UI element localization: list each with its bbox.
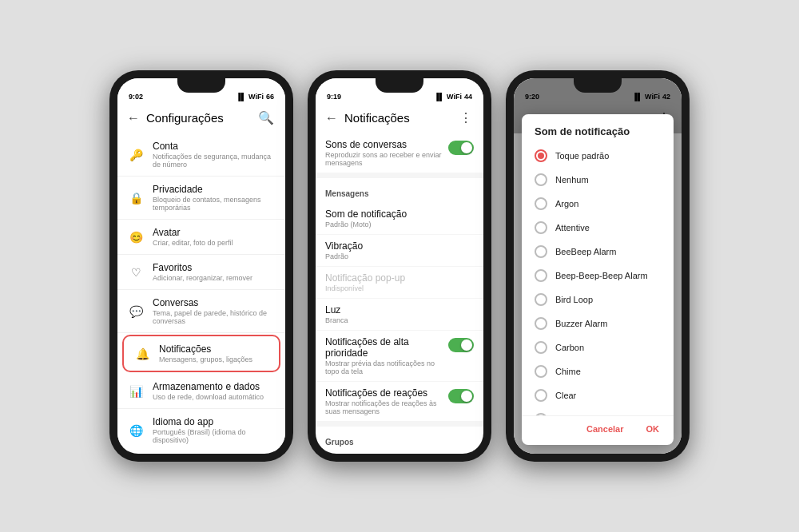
phone-3: 9:20 ▐▌ WiFi 42 ← No... ⋮ xyxy=(506,70,690,462)
avatar-title: Avatar xyxy=(153,227,276,238)
sound-option-nenhum[interactable]: Nenhum xyxy=(522,168,674,192)
settings-item-privacidade[interactable]: 🔒 Privacidade Bloqueio de contatos, mens… xyxy=(117,177,285,220)
dialog-sound-list: Toque padrão Nenhum Argon Attentive xyxy=(522,144,674,415)
notification-sound-dialog: Som de notificação Toque padrão Nenhum xyxy=(522,114,674,445)
nenhum-label: Nenhum xyxy=(555,175,589,185)
phone2-title: Notificações xyxy=(344,111,451,125)
sound-option-beep3[interactable]: Beep-Beep-Beep Alarm xyxy=(522,264,674,288)
phone1-search-button[interactable]: 🔍 xyxy=(256,109,276,127)
luz-sub: Branca xyxy=(325,316,474,324)
phone3-bg: 9:20 ▐▌ WiFi 42 ← No... ⋮ xyxy=(514,78,682,454)
notif-row-luz[interactable]: Luz Branca xyxy=(316,299,483,331)
radio-argon xyxy=(535,197,547,210)
conversas-icon: 💬 xyxy=(127,303,145,320)
sound-option-argon[interactable]: Argon xyxy=(522,192,674,216)
beep3-label: Beep-Beep-Beep Alarm xyxy=(555,271,648,280)
phones-container: 9:02 ▐▌ WiFi 66 ← Configurações 🔍 🔑 Cont… xyxy=(0,0,799,532)
vibracao-label: Vibração xyxy=(325,240,474,252)
sound-option-toque-padrao[interactable]: Toque padrão xyxy=(522,144,674,168)
radio-beep3 xyxy=(535,269,547,282)
popup-sub: Indisponível xyxy=(325,284,474,292)
settings-item-avatar[interactable]: 😊 Avatar Criar, editar, foto do perfil xyxy=(117,220,285,255)
phone1-status-icons: ▐▌ WiFi 66 xyxy=(236,93,274,101)
notch-2 xyxy=(376,78,423,93)
wifi-icon: WiFi xyxy=(248,93,264,101)
radio-chime xyxy=(535,365,547,378)
phone2-app-bar: ← Notificações ⋮ xyxy=(316,102,483,133)
phone2-time: 9:19 xyxy=(327,93,341,101)
phone2-back-button[interactable]: ← xyxy=(325,111,338,125)
sons-label: Sons de conversas xyxy=(325,139,448,150)
sound-option-attentive[interactable]: Attentive xyxy=(522,216,674,240)
notif-row-popup: Notificação pop-up Indisponível xyxy=(316,267,483,299)
notif-row-sons[interactable]: Sons de conversas Reproduzir sons ao rec… xyxy=(316,133,483,173)
idioma-icon: 🌐 xyxy=(127,422,145,439)
reacoes-toggle[interactable] xyxy=(448,389,474,403)
settings-item-conta[interactable]: 🔑 Conta Notificações de segurança, mudan… xyxy=(117,133,285,177)
sound-option-crazy-dream[interactable]: Crazy Dream xyxy=(522,407,674,415)
argon-label: Argon xyxy=(555,199,578,208)
attentive-label: Attentive xyxy=(555,223,590,232)
dialog-ok-button[interactable]: OK xyxy=(642,421,665,437)
settings-item-notificacoes[interactable]: 🔔 Notificações Mensagens, grupos, ligaçõ… xyxy=(124,336,279,371)
notif-row-vibracao[interactable]: Vibração Padrão xyxy=(316,235,483,267)
clear-label: Clear xyxy=(555,391,576,400)
chime-label: Chime xyxy=(555,367,581,376)
idioma-subtitle: Português (Brasil) (idioma do dispositiv… xyxy=(153,428,276,444)
avatar-subtitle: Criar, editar, foto do perfil xyxy=(153,239,276,247)
sound-option-clear[interactable]: Clear xyxy=(522,383,674,407)
phone1-back-button[interactable]: ← xyxy=(127,111,140,125)
sound-option-bird-loop[interactable]: Bird Loop xyxy=(522,288,674,312)
toque-padrao-label: Toque padrão xyxy=(555,151,609,161)
reacoes-label: Notificações de reações xyxy=(325,387,448,399)
battery-icon: 66 xyxy=(266,93,274,101)
notificacoes-subtitle: Mensagens, grupos, ligações xyxy=(159,355,269,363)
phone2-screen: 9:19 ▐▌ WiFi 44 ← Notificações ⋮ Sons de… xyxy=(316,78,483,454)
settings-item-armazenamento[interactable]: 📊 Armazenamento e dados Uso de rede, dow… xyxy=(117,374,285,409)
phone2-menu-button[interactable]: ⋮ xyxy=(458,109,474,127)
som-notif-label: Som de notificação xyxy=(325,208,474,220)
conversas-title: Conversas xyxy=(153,297,276,308)
notif-row-alta-prioridade[interactable]: Notificações de alta prioridade Mostrar … xyxy=(316,331,483,382)
idioma-title: Idioma do app xyxy=(153,416,276,427)
armazenamento-icon: 📊 xyxy=(127,383,145,400)
avatar-icon: 😊 xyxy=(127,228,145,246)
phone1-app-bar: ← Configurações 🔍 xyxy=(117,102,285,133)
sound-option-buzzer[interactable]: Buzzer Alarm xyxy=(522,312,674,335)
settings-item-idioma[interactable]: 🌐 Idioma do app Português (Brasil) (idio… xyxy=(117,409,285,451)
privacidade-subtitle: Bloqueio de contatos, mensagens temporár… xyxy=(153,196,276,212)
notificacoes-icon: 🔔 xyxy=(133,345,151,363)
sound-option-beebeep[interactable]: BeeBeep Alarm xyxy=(522,240,674,264)
notificacoes-title: Notificações xyxy=(159,343,269,355)
phone-2: 9:19 ▐▌ WiFi 44 ← Notificações ⋮ Sons de… xyxy=(308,70,491,462)
som-notif-sub: Padrão (Moto) xyxy=(325,220,474,228)
sound-option-carbon[interactable]: Carbon xyxy=(522,335,674,359)
radio-carbon xyxy=(535,341,547,354)
radio-clear xyxy=(535,389,547,402)
crazy-dream-label: Crazy Dream xyxy=(555,415,607,415)
signal-icon: ▐▌ xyxy=(236,93,246,101)
wifi-icon-2: WiFi xyxy=(447,93,462,101)
signal-icon-2: ▐▌ xyxy=(434,93,444,101)
notif-row-reacoes[interactable]: Notificações de reações Mostrar notifica… xyxy=(316,382,483,422)
battery-icon-2: 44 xyxy=(464,93,472,101)
grupos-section-header: Grupos xyxy=(316,427,483,451)
phone2-content: Sons de conversas Reproduzir sons ao rec… xyxy=(316,133,483,451)
dialog-cancel-button[interactable]: Cancelar xyxy=(582,421,628,437)
vibracao-sub: Padrão xyxy=(325,252,474,260)
alta-prio-toggle[interactable] xyxy=(448,338,474,352)
conta-subtitle: Notificações de segurança, mudança de nú… xyxy=(153,153,276,169)
sound-option-chime[interactable]: Chime xyxy=(522,359,674,383)
privacidade-icon: 🔒 xyxy=(127,189,145,207)
radio-attentive xyxy=(535,221,547,234)
radio-nenhum xyxy=(535,173,547,186)
settings-item-conversas[interactable]: 💬 Conversas Tema, papel de parede, histó… xyxy=(117,290,285,333)
reacoes-sub: Mostrar notificações de reações às suas … xyxy=(325,399,448,415)
notif-row-som-notif[interactable]: Som de notificação Padrão (Moto) xyxy=(316,203,483,235)
conta-icon: 🔑 xyxy=(127,146,145,164)
settings-item-favoritos[interactable]: ♡ Favoritos Adicionar, reorganizar, remo… xyxy=(117,255,285,290)
notch-3 xyxy=(574,78,622,93)
phone2-status-icons: ▐▌ WiFi 44 xyxy=(434,93,472,101)
armazenamento-subtitle: Uso de rede, download automático xyxy=(153,393,276,401)
sons-toggle[interactable] xyxy=(448,141,474,155)
